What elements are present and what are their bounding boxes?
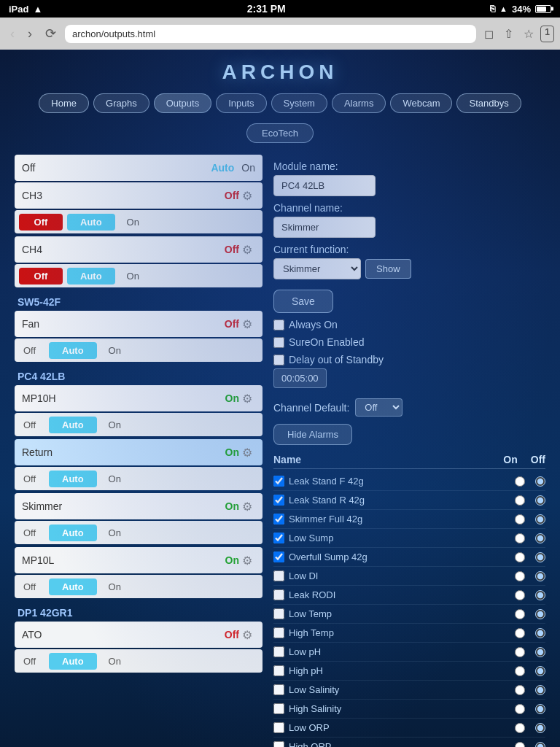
nav-inputs[interactable]: Inputs [216, 93, 266, 113]
gear-button-skimmer[interactable]: ⚙ [239, 500, 255, 514]
ctrl-auto-return[interactable]: Auto [49, 471, 97, 487]
alarm-check-low-temp[interactable] [273, 608, 284, 619]
alarm-check-low-ph[interactable] [273, 646, 284, 657]
alarm-off-overfull-sump[interactable] [535, 552, 545, 562]
ctrl-auto-fan[interactable]: Auto [49, 342, 97, 359]
gear-button-mp10l[interactable]: ⚙ [239, 554, 255, 568]
nav-system[interactable]: System [271, 93, 327, 113]
alarm-check-skimmer-full[interactable] [273, 514, 284, 525]
upload-button[interactable]: ⇧ [500, 26, 517, 42]
alarm-check-high-orp[interactable] [273, 741, 284, 747]
alarm-off-low-temp[interactable] [535, 609, 545, 619]
alarm-off-high-ph[interactable] [535, 666, 545, 676]
save-button[interactable]: Save [273, 290, 333, 313]
status-fan: Off [225, 318, 239, 330]
ctrl-on-ch4[interactable]: On [120, 268, 147, 285]
nav-outputs[interactable]: Outputs [154, 93, 212, 113]
alarm-off-leak-stand-f[interactable] [535, 476, 545, 487]
delay-standby-checkbox[interactable] [273, 355, 284, 365]
alarm-off-low-ph[interactable] [535, 647, 545, 657]
nav-graphs[interactable]: Graphs [93, 93, 149, 113]
alarm-check-high-salinity[interactable] [273, 703, 284, 714]
nav-home[interactable]: Home [39, 93, 89, 113]
channel-name-input[interactable] [273, 217, 376, 238]
forward-button[interactable]: › [23, 25, 36, 43]
alarm-check-low-orp[interactable] [273, 722, 284, 733]
alarm-on-leak-stand-r[interactable] [515, 495, 525, 506]
always-on-checkbox[interactable] [273, 320, 284, 330]
alarm-check-leak-rodi[interactable] [273, 589, 284, 600]
ctrl-on-skimmer[interactable]: On [101, 525, 128, 541]
share-button[interactable]: ◻ [481, 26, 497, 42]
alarm-check-low-di[interactable] [273, 570, 284, 581]
alarm-off-low-orp[interactable] [535, 723, 545, 733]
ctrl-on-ato[interactable]: On [101, 653, 128, 670]
alarm-off-low-di[interactable] [535, 571, 545, 581]
ecotech-button[interactable]: EcoTech [246, 123, 314, 143]
alarm-on-low-temp[interactable] [515, 609, 525, 619]
alarm-check-low-sump[interactable] [273, 533, 284, 543]
channel-default-select[interactable]: Off On Auto [355, 398, 402, 417]
alarm-check-high-temp[interactable] [273, 627, 284, 638]
gear-button-ato[interactable]: ⚙ [239, 628, 255, 642]
alarm-on-high-ph[interactable] [515, 666, 525, 676]
alarm-on-overfull-sump[interactable] [515, 552, 525, 562]
alarm-off-low-salinity[interactable] [535, 685, 545, 695]
alarm-off-high-orp[interactable] [535, 742, 545, 748]
ctrl-auto-ato[interactable]: Auto [49, 653, 97, 670]
ctrl-on-fan[interactable]: On [101, 342, 128, 359]
ctrl-auto-ch4[interactable]: Auto [67, 268, 115, 285]
alarm-on-high-salinity[interactable] [515, 704, 525, 714]
alarm-off-leak-rodi[interactable] [535, 590, 545, 600]
alarm-check-overfull-sump[interactable] [273, 551, 284, 562]
alarm-check-high-ph[interactable] [273, 665, 284, 676]
gear-button-mp10h[interactable]: ⚙ [239, 392, 255, 406]
module-name-input[interactable] [273, 175, 376, 196]
ctrl-off-ch3[interactable]: Off [19, 214, 63, 231]
gear-button-ch3[interactable]: ⚙ [239, 189, 255, 203]
alarm-on-high-temp[interactable] [515, 628, 525, 638]
ctrl-on-ch3[interactable]: On [120, 214, 147, 231]
alarm-on-leak-rodi[interactable] [515, 590, 525, 600]
tab-count[interactable]: 1 [540, 26, 554, 42]
alarm-check-leak-stand-f[interactable] [273, 476, 284, 487]
alarm-on-low-orp[interactable] [515, 723, 525, 733]
nav-alarms[interactable]: Alarms [332, 93, 386, 113]
alarm-on-low-ph[interactable] [515, 647, 525, 657]
ctrl-on-mp10l[interactable]: On [101, 578, 128, 595]
alarm-on-leak-stand-f[interactable] [515, 476, 525, 487]
hide-alarms-button[interactable]: Hide Alarms [273, 424, 352, 445]
alarm-check-leak-stand-r[interactable] [273, 495, 284, 506]
back-button[interactable]: ‹ [6, 25, 19, 43]
ctrl-on-mp10h[interactable]: On [101, 417, 128, 433]
alarm-check-low-salinity[interactable] [273, 684, 284, 695]
alarm-on-low-di[interactable] [515, 571, 525, 581]
show-button[interactable]: Show [365, 259, 411, 279]
alarm-on-low-sump[interactable] [515, 533, 525, 543]
ctrl-auto-mp10h[interactable]: Auto [49, 417, 97, 433]
alarm-on-high-orp[interactable] [515, 742, 525, 748]
ctrl-on-return[interactable]: On [101, 471, 128, 487]
ctrl-auto-skimmer[interactable]: Auto [49, 525, 97, 541]
nav-standbys[interactable]: Standbys [456, 93, 521, 113]
gear-button-return[interactable]: ⚙ [239, 446, 255, 460]
address-bar[interactable]: archon/outputs.html [65, 25, 476, 43]
alarm-on-low-salinity[interactable] [515, 685, 525, 695]
alarm-on-skimmer-full[interactable] [515, 514, 525, 525]
nav-webcam[interactable]: Webcam [390, 93, 452, 113]
alarm-off-skimmer-full[interactable] [535, 514, 545, 525]
alarm-off-high-salinity[interactable] [535, 704, 545, 714]
alarm-off-leak-stand-r[interactable] [535, 495, 545, 506]
alarm-off-high-temp[interactable] [535, 628, 545, 638]
ctrl-off-ch4[interactable]: Off [19, 268, 63, 285]
function-select[interactable]: Skimmer Return Light Fan Heater [273, 258, 361, 279]
gear-button-ch4[interactable]: ⚙ [239, 243, 255, 257]
alarm-col-name: Name [273, 454, 503, 465]
ctrl-auto-ch3[interactable]: Auto [67, 214, 115, 231]
bookmark-button[interactable]: ☆ [520, 26, 537, 42]
ctrl-auto-mp10l[interactable]: Auto [49, 578, 97, 595]
alarm-off-low-sump[interactable] [535, 533, 545, 543]
sureon-checkbox[interactable] [273, 337, 284, 348]
gear-button-fan[interactable]: ⚙ [239, 317, 255, 331]
refresh-button[interactable]: ⟳ [41, 24, 61, 43]
